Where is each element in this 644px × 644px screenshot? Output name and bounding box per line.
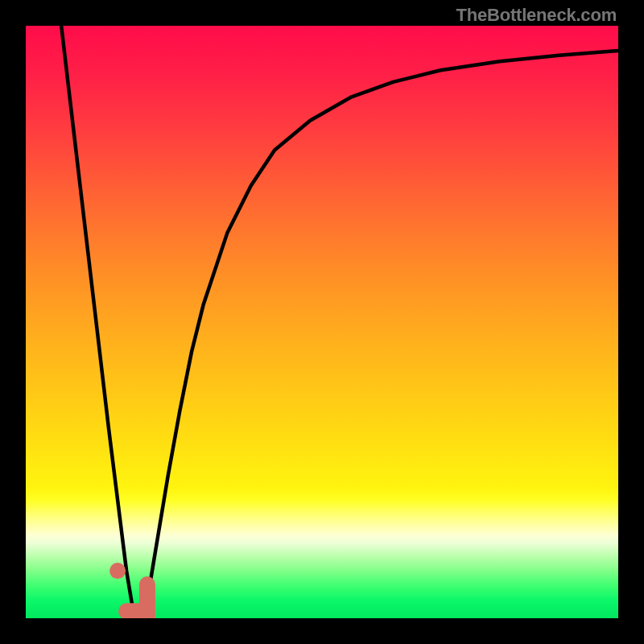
current-config-marker: [109, 563, 126, 579]
plot-svg: [26, 26, 618, 618]
watermark-text: TheBottleneck.com: [456, 5, 617, 26]
plot-area: [26, 26, 618, 618]
chart-frame: TheBottleneck.com: [0, 0, 644, 644]
